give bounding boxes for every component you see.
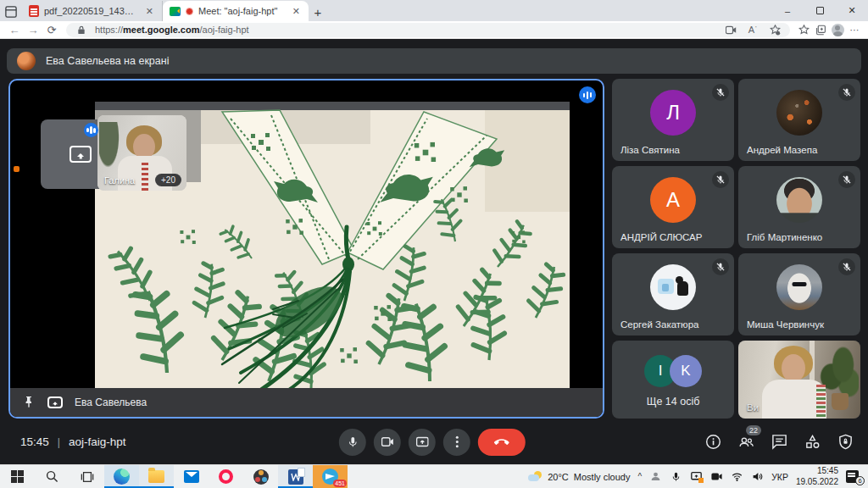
tab-camera-in-use-icon[interactable] [722,25,739,36]
recording-indicator-icon [186,8,193,15]
self-view-tile[interactable]: Ви [738,341,860,419]
maximize-button[interactable] [804,0,836,21]
task-view-icon [81,471,94,483]
refresh-icon[interactable]: ⟳ [42,24,61,36]
tab-meet[interactable]: Meet: "aoj-faig-hpt" ✕ [163,1,309,21]
participant-tile[interactable]: Миша Червинчук [738,253,860,336]
read-aloud-icon[interactable]: A᾿ [744,25,761,35]
participants-count-badge: 22 [746,425,761,435]
presenting-banner: Ева Савельева на екрані [7,48,861,74]
tab-pdf[interactable]: pdf_20220519_143801_0000.pdf ✕ [22,1,163,21]
present-screen-icon[interactable] [47,396,63,408]
mic-muted-icon [712,171,729,188]
taskbar-telegram-app[interactable]: 451 [313,465,348,488]
participant-tile[interactable]: Л Ліза Святина [612,79,734,161]
desktop: pdf_20220519_143801_0000.pdf ✕ Meet: "ao… [0,0,868,488]
end-call-button[interactable] [478,429,526,456]
close-tab-icon[interactable]: ✕ [291,6,302,17]
weather-temp: 20°C [548,472,569,482]
taskbar-clock[interactable]: 15:45 19.05.2022 [796,466,838,487]
favorites-star-icon[interactable] [795,25,812,36]
start-button[interactable] [0,465,35,488]
camera-icon [381,435,393,448]
close-window-button[interactable]: ✕ [836,0,868,21]
language-indicator[interactable]: УКР [771,472,788,482]
task-view-button[interactable] [70,465,104,488]
chat-button[interactable] [770,433,788,452]
weather-condition: Mostly cloudy [574,472,631,482]
participant-name: Гліб Мартиненко [747,232,822,242]
meeting-info: 15:45 | aoj-faig-hpt [20,435,125,448]
notification-count-badge: 6 [855,476,865,485]
participant-tile[interactable]: А АНДРІЙ СЛЮСАР [612,166,734,248]
minimize-button[interactable]: – [771,0,804,21]
profile-avatar[interactable] [829,24,846,36]
settings-menu-icon[interactable]: ⋯ [846,25,863,36]
taskbar-mail-app[interactable] [174,465,209,488]
taskbar-word-app[interactable] [278,465,313,488]
activities-button[interactable] [803,433,821,452]
present-screen-icon [70,146,92,163]
mic-tray-icon[interactable] [670,470,682,483]
participant-name: Сергей Закатюра [620,319,699,330]
volume-tray-icon[interactable] [751,470,764,483]
participant-tile[interactable]: Андрей Мазепа [738,79,860,161]
windows-logo-icon [11,470,24,483]
browser-window: pdf_20220519_143801_0000.pdf ✕ Meet: "ao… [0,0,868,39]
telegram-unread-badge: 451 [333,480,347,487]
tray-expand-chevron-icon[interactable]: ^ [637,472,642,481]
taskbar-resolve-app[interactable] [243,465,278,488]
audio-indicator-icon [579,86,596,103]
search-button[interactable] [35,465,70,488]
camera-tray-icon[interactable] [710,470,723,483]
more-participants-badge[interactable]: +20 [155,174,181,186]
mic-button[interactable] [339,429,366,456]
davinci-resolve-icon [253,469,269,485]
network-tray-icon[interactable] [731,470,743,483]
host-controls-button[interactable] [836,433,854,452]
collections-icon[interactable] [812,25,829,36]
edge-icon [114,469,130,485]
banner-text: Ева Савельева на екрані [46,55,169,67]
chat-icon [771,434,787,450]
taskbar-opera-app[interactable] [209,465,243,488]
onedrive-tray-icon[interactable] [649,470,662,483]
close-tab-icon[interactable]: ✕ [144,6,155,17]
participant-tile[interactable]: Сергей Закатюра [612,253,734,336]
participant-thumbnail[interactable]: Галина +20 [97,115,186,191]
favorites-gear-icon[interactable] [766,25,783,36]
screen-share-tray-icon[interactable] [690,470,703,483]
participant-name: Миша Червинчук [747,319,824,330]
pin-icon[interactable] [22,396,36,409]
presenter-avatar [17,52,36,70]
shared-screen-tile[interactable]: Галина +20 Ева Савельева [8,79,604,419]
overflow-participants-tile[interactable]: I K Ще 14 осіб [612,341,734,419]
self-face [782,354,805,382]
back-icon[interactable]: ← [5,24,24,36]
present-button[interactable] [409,429,436,456]
avatar [776,264,822,310]
camera-button[interactable] [374,429,401,456]
browser-toolbar: ← → ⟳ https://meet.google.com/aoj-faig-h… [0,21,868,39]
plant-pot [832,393,849,410]
participants-button[interactable]: 22 [737,433,755,452]
activities-icon [804,434,821,450]
participant-tile[interactable]: Гліб Мартиненко [738,166,860,248]
new-tab-button[interactable]: + [309,3,327,21]
taskbar-explorer-app[interactable] [139,465,174,488]
meeting-details-button[interactable] [704,433,722,452]
forward-icon[interactable]: → [24,24,42,36]
tab-actions-menu-icon[interactable] [0,3,22,21]
thumbnail-name: Галина [104,175,135,186]
audio-indicator-icon [84,123,98,137]
info-icon [705,434,721,450]
overflow-label: Ще 14 осіб [647,396,700,408]
taskbar-weather[interactable]: 20°C Mostly cloudy [528,471,630,483]
address-bar[interactable]: https://meet.google.com/aoj-faig-hpt A᾿ [66,23,790,37]
lock-icon[interactable] [73,25,90,35]
action-center-button[interactable]: 6 [846,470,861,483]
participant-name: Ліза Святина [620,145,680,155]
weather-icon [528,471,542,483]
taskbar-edge-app[interactable] [104,465,139,488]
more-options-button[interactable] [443,429,470,456]
